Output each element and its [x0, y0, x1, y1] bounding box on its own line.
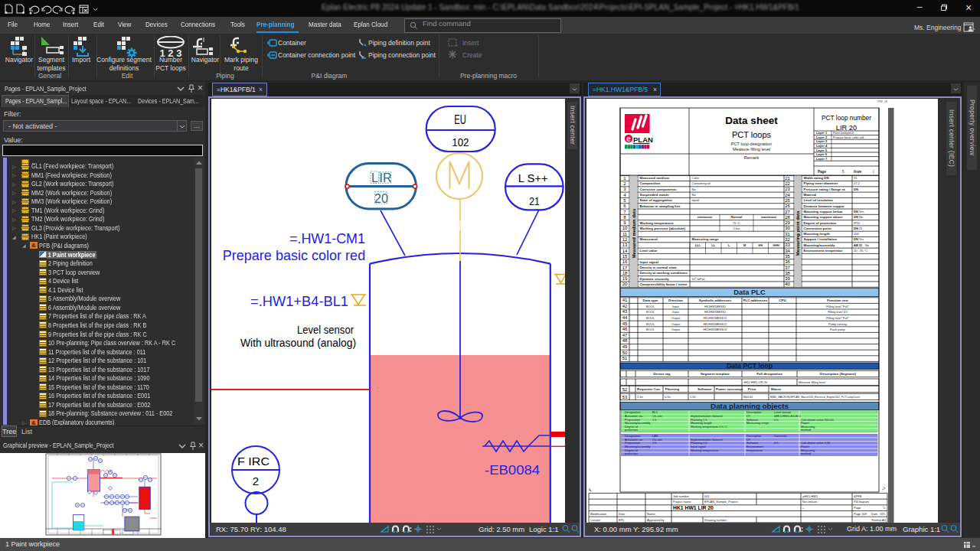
svg-text:Layer 6: Layer 6 [816, 152, 828, 156]
svg-text:IP55: IP55 [854, 221, 861, 225]
svg-text:Fault pump: Fault pump [830, 328, 844, 331]
svg-text:46: 46 [622, 327, 628, 331]
svg-text:Working temperature: Working temperature [691, 448, 718, 452]
svg-text:5: 5 [842, 170, 844, 174]
svg-text:HK1HW1MESSO1: HK1HW1MESSO1 [704, 317, 727, 320]
svg-text:Software: Software [697, 387, 712, 391]
svg-text:BOOL: BOOL [646, 328, 655, 331]
svg-text:0 h: 0 h [774, 418, 778, 422]
svg-text:BOOL: BOOL [646, 305, 655, 308]
svg-text:20: 20 [622, 282, 628, 286]
svg-text:minimum: minimum [697, 215, 712, 219]
svg-text:Measurand: Measurand [640, 237, 658, 241]
svg-text:With ultrasound (analog): With ultrasound (analog) [240, 337, 356, 349]
svg-text:Suspended matter: Suspended matter [640, 193, 670, 197]
svg-text:0,5h: 0,5h [665, 395, 671, 399]
svg-text:Compressibility factor / isent: Compressibility factor / isentr [640, 282, 688, 286]
svg-text:30: 30 [785, 226, 790, 230]
svg-text:Mounting length: Mounting length [804, 232, 830, 236]
svg-text:PCT loops: PCT loops [732, 130, 772, 139]
svg-text:&PFB: &PFB [854, 494, 862, 498]
svg-text:liquid: liquid [692, 198, 699, 202]
svg-text:PLC addresses: PLC addresses [743, 298, 768, 302]
svg-text:Density in normal state: Density in normal state [640, 266, 678, 269]
svg-text:Data PLC: Data PLC [733, 289, 766, 296]
svg-text:HK1HW1MESSO3: HK1HW1MESSO3 [704, 328, 727, 331]
svg-text:Full designation: Full designation [756, 372, 782, 376]
svg-text:EPL: EPL [619, 518, 625, 522]
svg-text:18: 18 [622, 271, 628, 276]
svg-text:20 - 35 °C: 20 - 35 °C [854, 249, 867, 253]
svg-text:maximum: maximum [761, 215, 776, 219]
svg-text:Limit value: Limit value [640, 249, 658, 253]
svg-text:Corrosive components: Corrosive components [640, 187, 677, 191]
svg-text:39: 39 [785, 276, 790, 281]
svg-text:Behavior in sampling line: Behavior in sampling line [640, 204, 681, 208]
svg-text:Material: Material [804, 193, 817, 197]
svg-text:Symbolic addresses: Symbolic addresses [699, 298, 732, 302]
svg-text:HHH: HHH [773, 243, 779, 247]
svg-text:Filling level 1/2: Filling level 1/2 [828, 310, 848, 314]
svg-text:1 h: 1 h [652, 418, 656, 422]
svg-text:Measuring range: Measuring range [692, 237, 720, 241]
svg-text:from: from [854, 170, 861, 174]
svg-text:PCT loop designation: PCT loop designation [731, 142, 772, 146]
svg-text:Macro: Macro [771, 387, 781, 391]
svg-text:10³ mPas: 10³ mPas [692, 277, 705, 281]
svg-text:49: 49 [622, 344, 628, 349]
svg-text:27: 27 [785, 210, 790, 214]
svg-text:Mounting support below: Mounting support below [804, 210, 844, 214]
svg-text:HH: HH [758, 243, 763, 247]
svg-text:Composition: Composition [640, 181, 661, 185]
svg-text:State of aggregation: State of aggregation [640, 198, 673, 202]
svg-text:CPU: CPU [779, 298, 786, 302]
svg-text:method: method [801, 428, 811, 432]
svg-text:PLAN: PLAN [633, 135, 653, 144]
svg-text:22: 22 [785, 181, 790, 186]
svg-text:Working temperature 0 h °C: Working temperature 0 h °C [691, 425, 727, 429]
svg-text:Project name: Project name [673, 500, 691, 504]
svg-text:Description (Segment): Description (Segment) [820, 372, 856, 376]
svg-text:Layer 3: Layer 3 [816, 139, 828, 143]
svg-text:Level sensor: Level sensor [297, 324, 354, 336]
svg-text:13: 13 [622, 243, 628, 247]
svg-text:37: 37 [785, 266, 790, 270]
svg-text:Support / installation: Support / installation [804, 237, 838, 241]
svg-text:Modification: Modification [590, 512, 606, 516]
svg-text:27,2: 27,2 [854, 181, 861, 185]
svg-text:HK1HW1MESSO2: HK1HW1MESSO2 [704, 323, 727, 326]
svg-text:Paint workpiece: Paint workpiece [833, 131, 854, 135]
svg-text:DN Yes: DN Yes [854, 237, 864, 241]
svg-text:11: 11 [622, 232, 628, 236]
svg-text:Measured medium data: Measured medium data [632, 208, 636, 258]
svg-text:Function text: Function text [827, 298, 848, 302]
svg-text:Format A4: Format A4 [872, 518, 887, 522]
svg-text:Measured medium: Measured medium [640, 176, 670, 180]
svg-text:Layer 7: Layer 7 [816, 157, 828, 161]
svg-text:Layer 1: Layer 1 [816, 131, 828, 135]
svg-text:19: 19 [622, 276, 628, 281]
svg-text:21: 21 [785, 176, 790, 181]
svg-text:EU: EU [454, 113, 466, 126]
svg-text:F IRC: F IRC [237, 455, 270, 468]
svg-text:Level of insulation: Level of insulation [804, 198, 834, 202]
svg-text:2: 2 [253, 474, 259, 487]
svg-text:Layer 4: Layer 4 [816, 144, 828, 148]
svg-text:23: 23 [785, 187, 790, 191]
svg-text:Connection point: Connection point [804, 227, 832, 230]
svg-text:protection: protection [625, 452, 638, 455]
svg-text:Price: Price [748, 387, 756, 391]
svg-text:Page: Page [818, 170, 826, 174]
svg-text:Page 309: Page 309 [854, 512, 867, 516]
svg-text:16: 16 [622, 259, 628, 264]
svg-text:protection: protection [625, 428, 638, 432]
svg-text:15: 15 [622, 254, 628, 259]
svg-text:e: e [626, 135, 631, 143]
svg-text:1 h: 1 h [652, 441, 656, 445]
svg-text:Date: Date [619, 512, 626, 516]
svg-text:48: 48 [622, 338, 628, 343]
svg-text:Input signal: Input signal [640, 260, 659, 264]
svg-text:Pressure rating / flange ra: Pressure rating / flange ra [804, 187, 846, 191]
svg-text:Not umlaute: Not umlaute [802, 500, 817, 504]
svg-text:Input: Input [672, 305, 680, 308]
